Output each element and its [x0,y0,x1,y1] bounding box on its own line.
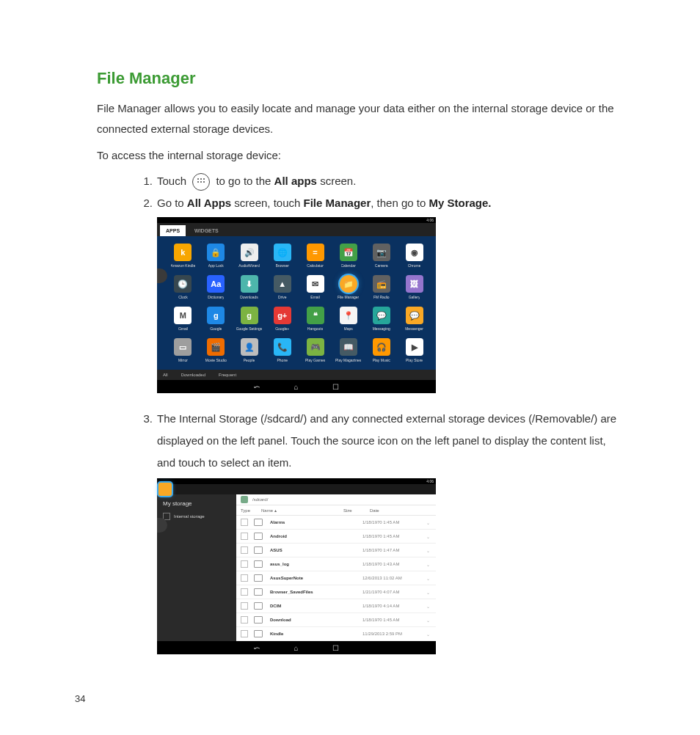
col-date[interactable]: Date [370,508,431,513]
apps-grid: kAmazon Kindle🔒App Lock🔊AudioWizard🌐Brow… [157,236,436,370]
folder-icon [254,533,263,540]
file-row[interactable]: AsusSuperNote12/6/2013 11:02 AM⌄ [236,571,436,585]
breadcrumb-path: /sdcard/ [252,497,268,502]
app-icon: 📁 [340,275,357,293]
file-name: asus_log [270,562,336,566]
file-row[interactable]: Kindle11/29/2013 2:59 PM⌄ [236,627,436,641]
checkbox[interactable] [241,519,248,526]
app-movie-studio[interactable]: 🎬Movie Studio [203,338,229,364]
row-menu-icon[interactable]: ⌄ [424,534,431,539]
app-drive[interactable]: ▲Drive [269,275,295,301]
app-gmail[interactable]: MGmail [170,307,196,332]
file-row[interactable]: Download1/18/1970 1:45 AM⌄ [236,613,436,627]
row-menu-icon[interactable]: ⌄ [424,632,431,637]
file-row[interactable]: asus_log1/18/1970 1:43 AM⌄ [236,557,436,571]
row-menu-icon[interactable]: ⌄ [424,520,431,525]
step-text: Go to All Apps screen, touch File Manage… [157,194,619,213]
file-row[interactable]: DCIM1/18/1970 4:14 AM⌄ [236,599,436,613]
recent-icon[interactable]: ☐ [332,644,339,652]
tab-widgets[interactable]: WIDGETS [189,225,225,236]
all-apps-icon [192,173,210,191]
app-downloads[interactable]: ⬇Downloads [236,275,263,301]
app-hangouts[interactable]: ❝Hangouts [302,307,328,332]
row-menu-icon[interactable]: ⌄ [424,576,431,581]
checkbox[interactable] [241,533,248,540]
file-row[interactable]: ASUS1/18/1970 1:47 AM⌄ [236,544,436,557]
fm-left-internal[interactable]: Internal storage [163,513,232,520]
app-phone[interactable]: 📞Phone [269,338,295,364]
row-menu-icon[interactable]: ⌄ [424,548,431,553]
tab-apps[interactable]: APPS [160,225,186,236]
checkbox[interactable] [241,546,248,554]
app-audiowizard[interactable]: 🔊AudioWizard [236,244,263,269]
checkbox[interactable] [241,574,248,582]
intro-paragraph: File Manager allows you to easily locate… [97,98,619,139]
breadcrumb[interactable]: /sdcard/ [236,494,436,505]
app-calculator[interactable]: =Calculator [302,244,328,269]
filter-downloaded[interactable]: Downloaded [181,373,205,377]
filter-frequent[interactable]: Frequent [219,373,236,377]
app-messenger[interactable]: 💬Messenger [401,307,427,332]
home-icon[interactable]: ⌂ [294,383,298,391]
app-icon: 🎬 [207,338,225,356]
back-icon[interactable]: ⤺ [254,383,260,391]
checkbox[interactable] [241,602,248,610]
app-fm-radio[interactable]: 📻FM Radio [368,275,394,301]
app-label: AudioWizard [238,263,259,269]
app-icon: ▶ [406,338,423,356]
app-play-store[interactable]: ▶Play Store [401,338,427,364]
app-file-manager[interactable]: 📁File Manager [335,275,361,301]
checkbox[interactable] [241,588,248,596]
app-people[interactable]: 👤People [236,338,263,364]
file-row[interactable]: Android1/18/1970 1:45 AM⌄ [236,530,436,544]
app-label: Amazon Kindle [171,263,196,269]
col-size[interactable]: Size [343,508,370,513]
home-icon[interactable]: ⌂ [294,644,298,652]
status-bar: 4:06 [157,478,436,484]
apps-filter-bar: All Downloaded Frequent [157,370,436,380]
app-mirror[interactable]: ▭Mirror [170,338,196,364]
col-name[interactable]: Name ▴ [261,508,343,513]
checkbox[interactable] [241,560,248,568]
app-gallery[interactable]: 🖼Gallery [401,275,427,301]
storage-icon[interactable] [158,483,172,496]
recent-icon[interactable]: ☐ [332,383,339,391]
screenshot-filemanager: 4:06 My storage Internal storage /sdcard… [157,478,619,654]
app-label: Gallery [409,295,420,301]
app-label: Google+ [275,326,289,332]
app-app-lock[interactable]: 🔒App Lock [203,244,229,269]
app-google-settings[interactable]: gGoogle Settings [236,307,263,332]
app-google[interactable]: gGoogle [203,307,229,332]
app-play-games[interactable]: 🎮Play Games [302,338,328,364]
row-menu-icon[interactable]: ⌄ [424,604,431,609]
app-clock[interactable]: 🕒Clock [170,275,196,301]
checkbox[interactable] [241,616,248,624]
fm-left-panel: My storage Internal storage [157,494,236,641]
row-menu-icon[interactable]: ⌄ [424,562,431,567]
app-maps[interactable]: 📍Maps [335,307,361,332]
file-date: 1/18/1970 1:43 AM [362,562,424,566]
app-browser[interactable]: 🌐Browser [269,244,295,269]
file-row[interactable]: Alarms1/18/1970 1:45 AM⌄ [236,516,436,530]
filter-all[interactable]: All [163,373,168,377]
app-messaging[interactable]: 💬Messaging [368,307,394,332]
step-1: 1. Touch to go to the All apps screen. [97,172,619,191]
app-camera[interactable]: 📷Camera [368,244,394,269]
col-type[interactable]: Type [241,508,261,513]
app-amazon-kindle[interactable]: kAmazon Kindle [170,244,196,269]
app-calendar[interactable]: 📅Calendar [335,244,361,269]
app-play-magazines[interactable]: 📖Play Magazines [335,338,361,364]
back-icon[interactable]: ⤺ [254,644,260,652]
row-menu-icon[interactable]: ⌄ [424,590,431,595]
checkbox[interactable] [241,630,248,637]
row-menu-icon[interactable]: ⌄ [424,618,431,623]
app-google-[interactable]: g+Google+ [269,307,295,332]
app-dictionary[interactable]: AaDictionary [203,275,229,301]
step-text: Touch to go to the All apps screen. [157,172,619,191]
app-email[interactable]: ✉Email [302,275,328,301]
file-row[interactable]: Browser_SavedFiles1/21/1970 4:07 AM⌄ [236,585,436,599]
app-label: Play Magazines [335,358,361,364]
app-label: Movie Studio [205,358,227,364]
app-chrome[interactable]: ◉Chrome [401,244,427,269]
app-play-music[interactable]: 🎧Play Music [368,338,394,364]
